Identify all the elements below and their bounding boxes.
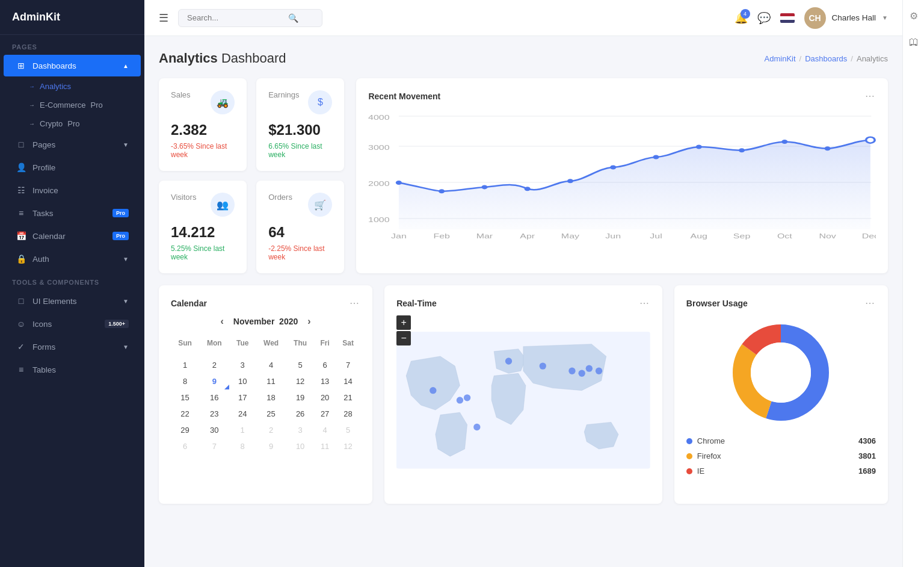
- cal-day[interactable]: 8: [229, 438, 256, 454]
- sidebar-item-analytics[interactable]: → Analytics: [0, 77, 144, 96]
- breadcrumb-dashboards[interactable]: Dashboards: [805, 54, 847, 63]
- cal-day[interactable]: 28: [336, 406, 360, 422]
- map-zoom-out-button[interactable]: −: [396, 331, 411, 345]
- cal-day[interactable]: 11: [314, 438, 336, 454]
- cal-day[interactable]: 11: [256, 373, 286, 389]
- cal-day[interactable]: 4: [314, 422, 336, 438]
- cal-day[interactable]: [256, 350, 286, 357]
- map-zoom-in-button[interactable]: +: [396, 315, 411, 330]
- cal-day[interactable]: 23: [199, 406, 229, 422]
- sidebar-item-pages[interactable]: □ Pages ▼: [4, 134, 141, 155]
- sidebar-item-invoice[interactable]: ☷ Invoice: [4, 179, 141, 201]
- message-button[interactable]: 💬: [757, 11, 771, 25]
- sidebar-item-label: Auth: [32, 255, 49, 264]
- sidebar-item-ui-elements[interactable]: □ UI Elements ▼: [4, 290, 141, 312]
- pro-badge: Pro: [67, 119, 79, 128]
- menu-icon[interactable]: ☰: [159, 11, 168, 25]
- cal-day[interactable]: 20: [314, 389, 336, 406]
- browser-usage-title: Browser Usage: [686, 299, 748, 308]
- cal-day[interactable]: 8: [171, 373, 199, 389]
- cal-day[interactable]: 3: [229, 357, 256, 373]
- sidebar-item-crypto[interactable]: → Crypto Pro: [0, 114, 144, 133]
- cal-day[interactable]: 21: [336, 389, 360, 406]
- cal-day[interactable]: [171, 350, 199, 357]
- cal-day[interactable]: 12: [286, 373, 314, 389]
- sidebar-item-calendar[interactable]: 📅 Calendar Pro: [4, 225, 141, 247]
- cal-day[interactable]: 5: [336, 422, 360, 438]
- sidebar-item-auth[interactable]: 🔒 Auth ▼: [4, 248, 141, 270]
- svg-text:Jul: Jul: [650, 232, 662, 240]
- cal-day[interactable]: [229, 350, 256, 357]
- cal-day[interactable]: 16: [199, 389, 229, 406]
- cards-row: Sales 🚜 2.382 -3.65% Since last week Ear…: [159, 78, 888, 273]
- cal-day[interactable]: 3: [286, 422, 314, 438]
- cal-day[interactable]: [199, 350, 229, 357]
- cal-day[interactable]: 18: [256, 389, 286, 406]
- app-logo: AdminKit: [0, 0, 144, 35]
- firefox-label: Firefox: [697, 451, 721, 460]
- user-menu[interactable]: CH Charles Hall ▼: [804, 7, 888, 29]
- calendar-menu-button[interactable]: ⋯: [350, 297, 360, 309]
- cal-day[interactable]: 24: [229, 406, 256, 422]
- sidebar-item-icons[interactable]: ☺ Icons 1.500+: [4, 313, 141, 335]
- cal-day[interactable]: 7: [336, 357, 360, 373]
- cal-day[interactable]: 7: [199, 438, 229, 454]
- cal-header-sat: Sat: [336, 336, 360, 350]
- calendar-next-button[interactable]: ›: [307, 316, 310, 327]
- sidebar-item-forms[interactable]: ✓ Forms ▼: [4, 336, 141, 358]
- chart-menu-button[interactable]: ⋯: [865, 90, 876, 102]
- cal-day[interactable]: 9: [256, 438, 286, 454]
- sidebar-item-ecommerce[interactable]: → E-Commerce Pro: [0, 96, 144, 114]
- user-avatar: CH: [804, 7, 826, 29]
- cal-day[interactable]: 1: [171, 357, 199, 373]
- svg-point-10: [482, 185, 488, 189]
- cal-day[interactable]: 5: [286, 357, 314, 373]
- cal-day[interactable]: 4: [256, 357, 286, 373]
- notification-button[interactable]: 🔔 4: [735, 11, 748, 25]
- svg-text:Apr: Apr: [520, 232, 535, 240]
- page-header: Analytics Dashboard AdminKit / Dashboard…: [159, 51, 888, 66]
- cal-day[interactable]: 10: [229, 373, 256, 389]
- cal-day[interactable]: 25: [256, 406, 286, 422]
- cal-day-today[interactable]: 9: [199, 373, 229, 389]
- cal-day[interactable]: 15: [171, 389, 199, 406]
- sidebar-item-dashboards[interactable]: ⊞ Dashboards ▲: [4, 55, 141, 76]
- cal-day[interactable]: [336, 350, 360, 357]
- sidebar-item-tasks[interactable]: ≡ Tasks Pro: [4, 202, 141, 224]
- cal-day[interactable]: 22: [171, 406, 199, 422]
- ie-dot: [686, 468, 692, 474]
- cal-day[interactable]: 30: [199, 422, 229, 438]
- cal-day[interactable]: [314, 350, 336, 357]
- cal-day[interactable]: [286, 350, 314, 357]
- cal-day[interactable]: 13: [314, 373, 336, 389]
- cal-day[interactable]: 2: [256, 422, 286, 438]
- cal-day[interactable]: 29: [171, 422, 199, 438]
- book-panel-button[interactable]: 🕮: [904, 33, 923, 52]
- sidebar-item-profile[interactable]: 👤 Profile: [4, 156, 141, 178]
- sidebar-item-tables[interactable]: ≡ Tables: [4, 359, 141, 380]
- tables-icon: ≡: [16, 365, 26, 374]
- search-input[interactable]: [187, 13, 283, 22]
- settings-panel-button[interactable]: ⚙: [904, 6, 923, 25]
- chrome-value: 4306: [858, 436, 876, 445]
- map-controls: + −: [396, 315, 411, 345]
- breadcrumb-adminkit[interactable]: AdminKit: [765, 54, 796, 63]
- cal-day[interactable]: 27: [314, 406, 336, 422]
- cal-day[interactable]: 1: [229, 422, 256, 438]
- cal-day[interactable]: 17: [229, 389, 256, 406]
- browser-menu-button[interactable]: ⋯: [865, 297, 876, 309]
- cal-day[interactable]: 6: [171, 438, 199, 454]
- cal-day[interactable]: 19: [286, 389, 314, 406]
- cal-day[interactable]: 10: [286, 438, 314, 454]
- cal-day[interactable]: 26: [286, 406, 314, 422]
- cal-day[interactable]: 2: [199, 357, 229, 373]
- cal-header-sun: Sun: [171, 336, 199, 350]
- realtime-menu-button[interactable]: ⋯: [639, 297, 650, 309]
- cal-day[interactable]: 6: [314, 357, 336, 373]
- svg-point-36: [505, 358, 512, 364]
- calendar-prev-button[interactable]: ‹: [221, 316, 224, 327]
- cal-day[interactable]: 12: [336, 438, 360, 454]
- language-flag[interactable]: [780, 13, 795, 23]
- cal-day[interactable]: 14: [336, 373, 360, 389]
- sidebar-item-label: Dashboards: [32, 61, 76, 70]
